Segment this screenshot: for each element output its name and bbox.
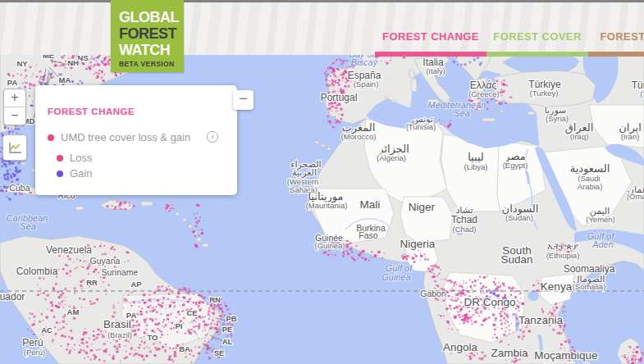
map-label: Venezuela (46, 244, 92, 256)
legend-layer-label: UMD tree cover loss & gain (61, 131, 190, 143)
map-label: Sea (20, 221, 36, 231)
map-label: Tchad (451, 214, 477, 225)
legend-layer-row[interactable]: UMD tree cover loss & gain (48, 131, 190, 143)
map-label: Arabia) (578, 182, 603, 191)
map-label: PB (226, 314, 236, 323)
legend-loss-label: Loss (70, 152, 92, 164)
map-label: Sea (454, 108, 470, 118)
map-label: Faso (359, 230, 378, 240)
map-label: (Guinea) (315, 241, 345, 250)
map-label: Moçambique (534, 349, 597, 362)
legend-item-loss: Loss (57, 152, 92, 164)
map-label: PA (7, 78, 18, 87)
logo-line-forest: FOREST (119, 25, 184, 42)
logo-line-global: GLOBAL (119, 9, 184, 25)
legend-gain-label: Gain (70, 167, 92, 180)
zoom-out-button[interactable]: − (4, 107, 25, 125)
tab-forest-change[interactable]: FOREST CHANGE (375, 30, 486, 43)
tabbar-forest-cover (486, 52, 588, 57)
map-label: BA (179, 344, 190, 353)
map-label: Colombia (16, 266, 58, 277)
map-label: PI (176, 321, 183, 330)
map-label: AC (41, 325, 53, 334)
map-label: Mali (360, 198, 381, 211)
map-label: (Greece) (468, 89, 499, 98)
map-label: Nigeria (400, 238, 436, 250)
map-label: (Sudan) (505, 213, 533, 222)
map-label: (Perú) (24, 348, 45, 357)
map-label: (Iraq) (570, 132, 589, 141)
tab-forest-use[interactable]: FOREST USE (588, 30, 644, 43)
gain-dot-icon (57, 171, 63, 177)
analysis-chart-button[interactable] (2, 134, 27, 161)
top-header (0, 0, 644, 55)
cyprus (528, 111, 535, 115)
map-label: Guyana (90, 256, 121, 266)
map-label: MA (59, 75, 71, 84)
map-label: (Iran) (621, 132, 640, 141)
map-label: (Italy) (426, 66, 445, 75)
line-chart-icon (8, 142, 22, 154)
map-label: Angola (443, 341, 478, 353)
map-label: Kenya (541, 280, 573, 293)
map-label: ليبيا (468, 151, 484, 163)
global-forest-watch-app: MENSNYNHMAPAMDCubaRicoCaribbeanSeaVenezu… (0, 0, 644, 364)
puerto-rico-island (141, 202, 153, 206)
map-label: Perú (22, 337, 43, 348)
loss-dot-icon (57, 155, 63, 162)
legend-collapse-button[interactable]: − (233, 90, 253, 110)
logo-beta-version: BETA VERSION (119, 60, 184, 68)
map-label: Cuba (9, 183, 30, 193)
jamaica-island (75, 207, 84, 210)
map-label: (Egypt) (503, 161, 528, 170)
info-icon[interactable]: i (207, 131, 218, 143)
logo-line-watch: WATCH (119, 42, 184, 58)
map-label: Soomaaliya (564, 263, 615, 275)
sardinia (411, 79, 417, 92)
map-label: AP (130, 280, 142, 289)
tabbar-forest-use (588, 52, 644, 57)
map-label: (Turkey) (529, 89, 558, 98)
map-label: PE (222, 325, 233, 334)
map-label: Guinea (381, 272, 410, 282)
map-label: Biscay (351, 57, 379, 67)
tab-forest-cover[interactable]: FOREST COVER (486, 30, 588, 43)
map-label: CE (186, 308, 197, 317)
map-label: Aden (591, 239, 614, 249)
map-label: TO (147, 333, 158, 342)
map-label: (Somalia) (573, 282, 606, 291)
legend-panel: FOREST CHANGE UMD tree cover loss & gain… (35, 85, 237, 195)
map-label: (Algeria) (377, 153, 406, 162)
map-label: Niger (409, 201, 436, 213)
tabbar-forest-change (375, 52, 486, 57)
map-label: (Tunisia) (406, 122, 436, 131)
map-label: (Turkmenistan) (640, 89, 644, 98)
map-label: Brasil (103, 318, 131, 330)
map-label: (Brazil) (107, 330, 132, 339)
map-label: Ecuador (0, 291, 25, 303)
map-label: (Libya) (464, 162, 487, 171)
gfw-logo[interactable]: GLOBAL FOREST WATCH BETA VERSION (111, 0, 184, 72)
loss-dot-icon (48, 134, 54, 141)
legend-title: FOREST CHANGE (48, 107, 135, 116)
map-label: Tanzania (518, 314, 564, 326)
legend-item-gain: Gain (57, 167, 92, 180)
map-label: AL (222, 337, 233, 346)
map-label: Portugal (321, 92, 358, 103)
map-label: AM (67, 307, 80, 316)
map-label: (Spain) (354, 80, 379, 89)
map-label: NY (16, 59, 28, 68)
zoom-control: + − (3, 89, 26, 125)
zoom-in-button[interactable]: + (4, 89, 25, 107)
map-label: NH (67, 58, 79, 67)
crete (482, 118, 496, 121)
map-label: Zambia (491, 347, 528, 359)
map-label: Gabon (420, 289, 446, 298)
map-label: (Mauritania) (306, 201, 348, 210)
map-label: Suriname (102, 267, 139, 277)
corsica (409, 70, 414, 78)
map-label: (Chad) (452, 225, 476, 234)
map-label: Sudan (500, 253, 532, 266)
map-label: (Morocco) (341, 132, 377, 141)
map-label: RN (209, 295, 221, 304)
